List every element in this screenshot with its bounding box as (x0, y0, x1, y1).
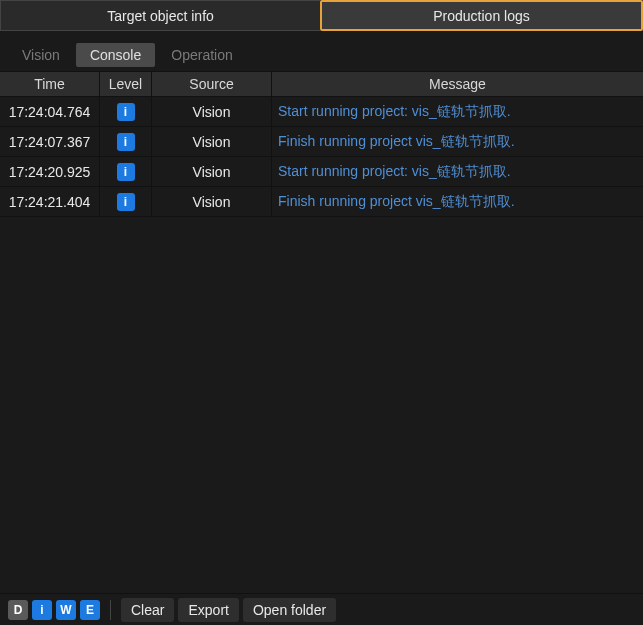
cell-time: 17:24:04.764 (0, 97, 100, 126)
footer-separator (110, 600, 111, 620)
clear-button[interactable]: Clear (121, 598, 174, 622)
filter-info-button[interactable]: i (32, 600, 52, 620)
column-time[interactable]: Time (0, 72, 100, 96)
cell-source: Vision (152, 97, 272, 126)
column-source[interactable]: Source (152, 72, 272, 96)
cell-time: 17:24:21.404 (0, 187, 100, 216)
log-table-header: Time Level Source Message (0, 71, 643, 97)
column-level[interactable]: Level (100, 72, 152, 96)
cell-message: Finish running project vis_链轨节抓取. (272, 127, 643, 156)
open-folder-button[interactable]: Open folder (243, 598, 336, 622)
cell-level: i (100, 127, 152, 156)
filter-error-button[interactable]: E (80, 600, 100, 620)
cell-level: i (100, 187, 152, 216)
log-table-body[interactable]: 17:24:04.764iVisionStart running project… (0, 97, 643, 593)
table-row[interactable]: 17:24:20.925iVisionStart running project… (0, 157, 643, 187)
cell-time: 17:24:07.367 (0, 127, 100, 156)
subtab-console[interactable]: Console (76, 43, 155, 67)
tab-target-object-info[interactable]: Target object info (0, 0, 320, 31)
cell-level: i (100, 97, 152, 126)
filter-warning-button[interactable]: W (56, 600, 76, 620)
cell-source: Vision (152, 127, 272, 156)
info-icon: i (117, 103, 135, 121)
sub-tabs: Vision Console Operation (0, 39, 643, 67)
cell-message: Finish running project vis_链轨节抓取. (272, 187, 643, 216)
cell-time: 17:24:20.925 (0, 157, 100, 186)
info-icon: i (117, 133, 135, 151)
tab-production-logs[interactable]: Production logs (320, 0, 643, 31)
export-button[interactable]: Export (178, 598, 238, 622)
table-row[interactable]: 17:24:21.404iVisionFinish running projec… (0, 187, 643, 217)
subtab-vision[interactable]: Vision (8, 43, 74, 67)
cell-source: Vision (152, 187, 272, 216)
top-tabs: Target object info Production logs (0, 0, 643, 31)
info-icon: i (117, 193, 135, 211)
table-row[interactable]: 17:24:07.367iVisionFinish running projec… (0, 127, 643, 157)
cell-message: Start running project: vis_链轨节抓取. (272, 157, 643, 186)
cell-level: i (100, 157, 152, 186)
subtab-operation[interactable]: Operation (157, 43, 246, 67)
cell-message: Start running project: vis_链轨节抓取. (272, 97, 643, 126)
column-message[interactable]: Message (272, 72, 643, 96)
filter-debug-button[interactable]: D (8, 600, 28, 620)
cell-source: Vision (152, 157, 272, 186)
footer-bar: D i W E Clear Export Open folder (0, 593, 643, 625)
table-row[interactable]: 17:24:04.764iVisionStart running project… (0, 97, 643, 127)
info-icon: i (117, 163, 135, 181)
